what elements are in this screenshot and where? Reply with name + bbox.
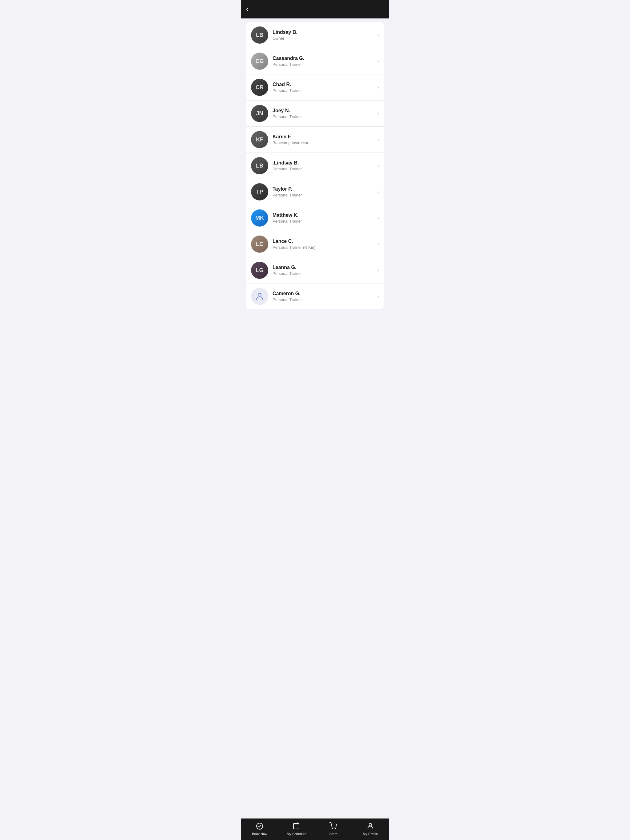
staff-name: Karen F. <box>272 134 375 140</box>
svg-point-7 <box>335 828 336 829</box>
staff-info: Joey N. Personal Trainer <box>272 108 375 119</box>
svg-point-1 <box>256 823 263 829</box>
staff-info: Lindsay B. Owner <box>272 30 375 41</box>
staff-name: Chad R. <box>272 82 375 87</box>
avatar-placeholder <box>251 288 268 305</box>
staff-name: Leanna G. <box>272 265 375 270</box>
cart-icon <box>329 822 338 831</box>
chevron-right-icon: › <box>377 294 379 299</box>
chevron-right-icon: › <box>377 85 379 90</box>
staff-list-container: LB Lindsay B. Owner › CG Cassandra G. Pe… <box>241 19 389 818</box>
staff-name: Lindsay B. <box>272 30 375 35</box>
staff-avatar: LC <box>251 235 268 253</box>
staff-info: Karen F. Bootcamp Instructor <box>272 134 375 145</box>
chevron-right-icon: › <box>377 242 379 247</box>
staff-info: .Lindsay B. Personal Trainer <box>272 160 375 171</box>
app-header: ‹ <box>241 0 389 19</box>
staff-item-leanna-g[interactable]: LG Leanna G. Personal Trainer › <box>246 257 384 284</box>
staff-item-chad-r[interactable]: CR Chad R. Personal Trainer › <box>246 74 384 101</box>
staff-item-cameron-g[interactable]: Cameron G. Personal Trainer › <box>246 284 384 309</box>
svg-rect-2 <box>293 823 299 829</box>
staff-info: Chad R. Personal Trainer <box>272 82 375 93</box>
staff-role: Owner <box>272 36 375 41</box>
back-icon: ‹ <box>246 5 248 13</box>
staff-info: Cassandra G. Personal Trainer <box>272 56 375 67</box>
chevron-right-icon: › <box>377 215 379 221</box>
staff-avatar: KF <box>251 131 268 148</box>
staff-item-lindsay-b2[interactable]: LB .Lindsay B. Personal Trainer › <box>246 153 384 179</box>
staff-item-lance-c[interactable]: LC Lance C. Personal Trainer (R.Kin) › <box>246 231 384 257</box>
staff-avatar: CR <box>251 79 268 96</box>
staff-role: Personal Trainer <box>272 297 375 302</box>
staff-avatar: JN <box>251 105 268 122</box>
staff-role: Personal Trainer <box>272 114 375 119</box>
svg-point-0 <box>258 293 261 297</box>
staff-avatar: LG <box>251 262 268 279</box>
staff-role: Personal Trainer <box>272 62 375 67</box>
person-icon <box>366 822 375 831</box>
staff-avatar: LB <box>251 157 268 174</box>
staff-info: Lance C. Personal Trainer (R.Kin) <box>272 238 375 249</box>
staff-item-lindsay-b[interactable]: LB Lindsay B. Owner › <box>246 22 384 48</box>
staff-avatar: MK <box>251 209 268 227</box>
chevron-right-icon: › <box>377 137 379 142</box>
staff-role: Personal Trainer <box>272 167 375 171</box>
chevron-right-icon: › <box>377 267 379 273</box>
chevron-right-icon: › <box>377 111 379 116</box>
staff-avatar: TP <box>251 183 268 201</box>
back-button[interactable]: ‹ <box>246 5 248 13</box>
staff-name: Cameron G. <box>272 291 375 297</box>
staff-name: Cassandra G. <box>272 56 375 61</box>
staff-item-matthew-k[interactable]: MK Matthew K. Personal Trainer › <box>246 205 384 231</box>
check-circle-icon <box>255 822 264 831</box>
staff-name: .Lindsay B. <box>272 160 375 166</box>
nav-item-my-profile[interactable]: My Profile <box>352 819 389 840</box>
staff-avatar: LB <box>251 27 268 44</box>
staff-item-karen-f[interactable]: KF Karen F. Bootcamp Instructor › <box>246 127 384 153</box>
staff-item-cassandra-g[interactable]: CG Cassandra G. Personal Trainer › <box>246 48 384 74</box>
staff-role: Personal Trainer <box>272 193 375 197</box>
staff-role: Personal Trainer (R.Kin) <box>272 245 375 249</box>
staff-role: Personal Trainer <box>272 271 375 276</box>
svg-point-8 <box>369 823 372 826</box>
staff-role: Personal Trainer <box>272 219 375 224</box>
chevron-right-icon: › <box>377 189 379 195</box>
nav-label-book-now: Book Now <box>252 832 268 836</box>
staff-info: Taylor P. Personal Trainer <box>272 186 375 197</box>
nav-label-my-schedule: My Schedule <box>287 832 306 836</box>
staff-info: Matthew K. Personal Trainer <box>272 212 375 224</box>
calendar-icon <box>292 822 301 831</box>
chevron-right-icon: › <box>377 32 379 38</box>
nav-label-store: Store <box>329 832 337 836</box>
staff-role: Personal Trainer <box>272 88 375 93</box>
staff-name: Joey N. <box>272 108 375 114</box>
staff-name: Lance C. <box>272 238 375 244</box>
staff-name: Taylor P. <box>272 186 375 192</box>
staff-info: Leanna G. Personal Trainer <box>272 265 375 276</box>
svg-point-6 <box>332 828 332 829</box>
bottom-navigation: Book Now My Schedule Store My Profile <box>241 818 389 840</box>
staff-info: Cameron G. Personal Trainer <box>272 291 375 302</box>
nav-item-store[interactable]: Store <box>315 819 352 840</box>
chevron-right-icon: › <box>377 163 379 169</box>
staff-item-joey-n[interactable]: JN Joey N. Personal Trainer › <box>246 101 384 127</box>
staff-avatar: CG <box>251 52 268 70</box>
staff-item-taylor-p[interactable]: TP Taylor P. Personal Trainer › <box>246 179 384 205</box>
chevron-right-icon: › <box>377 58 379 64</box>
staff-name: Matthew K. <box>272 212 375 218</box>
staff-role: Bootcamp Instructor <box>272 141 375 145</box>
nav-label-my-profile: My Profile <box>363 832 378 836</box>
nav-item-book-now[interactable]: Book Now <box>241 819 278 840</box>
nav-item-my-schedule[interactable]: My Schedule <box>278 819 315 840</box>
staff-list: LB Lindsay B. Owner › CG Cassandra G. Pe… <box>246 22 384 309</box>
